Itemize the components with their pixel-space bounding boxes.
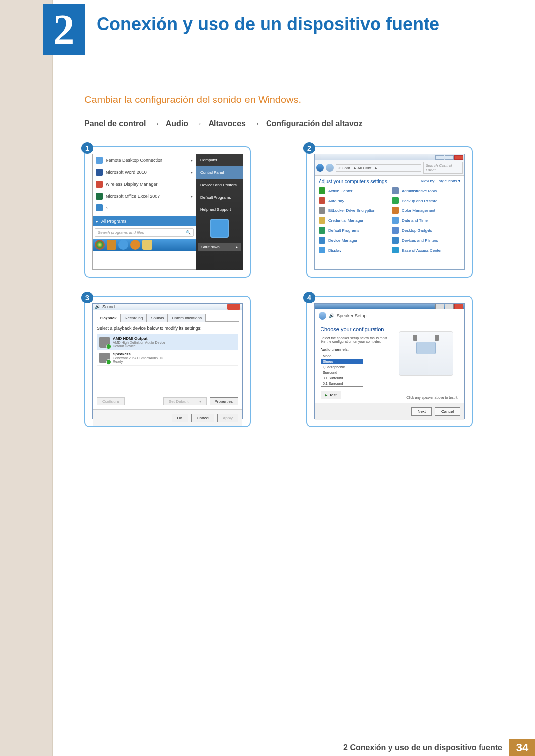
start-menu-item[interactable]: Wireless Display Manager [93,178,196,190]
taskbar-icon[interactable] [107,240,116,250]
cp-icon [392,217,399,224]
close-button[interactable] [454,155,463,160]
search-input[interactable]: Search Control Panel [423,162,463,174]
control-panel-item[interactable]: Color Management [392,207,460,214]
control-panel-item[interactable]: Display [319,247,387,253]
minimize-button[interactable] [435,304,444,309]
step-number-badge: 4 [303,292,315,303]
sound-tab[interactable]: Playback [96,314,121,322]
cp-item-label: Default Programs [328,228,359,233]
config-subtitle: Select the speaker setup below that is m… [321,336,388,343]
section-heading: Cambiar la configuración del sonido en W… [84,94,490,105]
channel-option[interactable]: 5.1 Surround [321,381,363,386]
app-icon [96,169,103,176]
start-right-item[interactable]: Default Programs [196,191,243,203]
channel-option[interactable]: 5.1 Surround [321,386,363,387]
item-label: s [106,205,193,210]
properties-button[interactable]: Properties [210,397,238,405]
control-panel-item[interactable]: AutoPlay [319,197,387,204]
app-icon [96,193,103,200]
control-panel-item[interactable]: BitLocker Drive Encryption [319,207,387,214]
speaker-icon: 🔊 [95,304,100,309]
channel-option[interactable]: 3.1 Surround [321,375,363,381]
set-default-button[interactable]: Set Default [163,397,194,405]
cp-icon [319,247,325,253]
step-2-control-panel: 2 « Cont... ▸ All Cont... ▸ Search Contr… [306,146,473,278]
set-default-dropdown[interactable]: ▾ [194,397,207,405]
start-menu-item[interactable]: Remote Desktop Connection▸ [93,154,196,166]
address-bar[interactable]: « Cont... ▸ All Cont... ▸ [336,164,421,172]
all-programs-item[interactable]: All Programs [93,216,196,226]
nav-forward-button[interactable] [326,164,334,172]
test-button[interactable]: Test [321,391,341,399]
control-panel-item[interactable]: Device Manager [319,237,387,244]
desk-icon [416,342,436,354]
sound-tab[interactable]: Sounds [147,314,168,322]
chevron-right-icon: ▸ [191,194,193,199]
control-panel-item[interactable]: Backup and Restore [392,197,460,204]
sound-tab[interactable]: Recording [121,314,147,322]
page-footer: 2 Conexión y uso de un dispositivo fuent… [0,739,535,756]
control-panel-item[interactable]: Desktop Gadgets [392,227,460,234]
control-panel-item[interactable]: Devices and Printers [392,237,460,244]
cancel-button[interactable]: Cancel [191,414,214,422]
cp-icon [392,237,399,244]
start-right-item[interactable]: Help and Support [196,203,243,216]
shutdown-button[interactable]: Shut down ▸ [198,243,241,251]
taskbar-wmp-icon[interactable] [130,240,140,250]
start-right-item[interactable]: Computer [196,154,243,166]
close-button[interactable] [227,304,240,310]
channel-option[interactable]: Quadraphonic [321,364,363,370]
test-hint: Click any speaker above to test it. [394,396,458,399]
apply-button[interactable]: Apply [217,414,238,422]
control-panel-item[interactable]: Default Programs [319,227,387,234]
right-speaker-icon[interactable] [435,335,439,341]
cp-icon [319,197,325,204]
channel-option[interactable]: Mono [321,353,363,359]
config-title: Choose your configuration [321,326,388,332]
device-status: Ready [113,360,163,363]
start-menu-item[interactable]: s [93,202,196,214]
chevron-right-icon: ▸ [191,170,193,175]
control-panel-item[interactable]: Date and Time [392,217,460,224]
channel-option[interactable]: Stereo [321,359,363,364]
control-panel-item[interactable]: Ease of Access Center [392,247,460,253]
start-orb-icon[interactable] [95,240,105,250]
cp-header: Adjust your computer's settings [319,179,387,184]
start-right-item[interactable]: Control Panel [196,166,243,179]
left-speaker-icon[interactable] [413,335,417,341]
close-button[interactable] [454,304,463,309]
channel-option[interactable]: Surround [321,370,363,375]
cancel-button[interactable]: Cancel [435,407,460,416]
chevron-right-icon: ▸ [236,245,238,249]
playback-label: Select a playback device below to modify… [97,326,238,331]
cp-icon [392,247,399,253]
minimize-button[interactable] [435,155,444,160]
item-label: Wireless Display Manager [106,182,193,187]
taskbar-ie-icon[interactable] [118,240,128,250]
audio-channels-list[interactable]: MonoStereoQuadraphonicSurround3.1 Surrou… [321,353,363,387]
control-panel-item[interactable]: Administrative Tools [392,187,460,194]
back-button[interactable] [319,312,326,320]
sound-tab[interactable]: Communications [168,314,206,322]
nav-back-button[interactable] [316,164,324,172]
maximize-button[interactable] [445,155,454,160]
cp-icon [319,187,325,194]
taskbar-explorer-icon[interactable] [142,240,152,250]
start-right-item[interactable]: Devices and Printers [196,179,243,191]
next-button[interactable]: Next [411,407,432,416]
ok-button[interactable]: OK [172,414,189,422]
configure-button[interactable]: Configure [97,397,125,405]
playback-device[interactable]: AMD HDMI OutputAMD High Definition Audio… [97,334,238,350]
start-menu-item[interactable]: Microsoft Office Excel 2007▸ [93,190,196,202]
device-sub: Conexant 20671 SmartAudio HD [113,356,163,360]
start-menu-item[interactable]: Microsoft Word 2010▸ [93,166,196,178]
maximize-button[interactable] [445,304,454,309]
control-panel-item[interactable]: Credential Manager [319,217,387,224]
viewby-dropdown[interactable]: View by: Large icons ▾ [421,179,460,184]
device-list[interactable]: AMD HDMI OutputAMD High Definition Audio… [97,334,238,393]
playback-device[interactable]: SpeakersConexant 20671 SmartAudio HDRead… [97,350,238,366]
control-panel-item[interactable]: Action Center [319,187,387,194]
cp-icon [319,207,325,214]
start-search-input[interactable]: Search programs and files 🔍 [95,228,194,237]
